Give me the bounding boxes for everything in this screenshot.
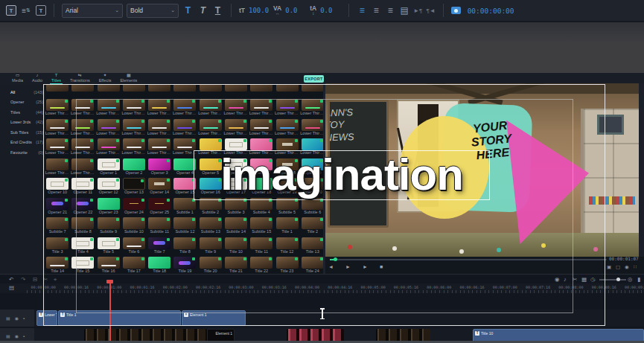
- text-list-icon[interactable]: ≡⇅: [20, 4, 32, 17]
- title-template[interactable]: Subtitle 7: [45, 216, 70, 236]
- delete-icon[interactable]: ⊟: [33, 275, 37, 283]
- title-template[interactable]: [274, 85, 299, 97]
- title-template[interactable]: Subtitle 13: [198, 216, 223, 236]
- title-template[interactable]: Opener 12: [96, 176, 121, 196]
- title-template[interactable]: Subtitle 9: [96, 216, 121, 236]
- title-template[interactable]: Lower Third 15: [223, 97, 249, 118]
- title-template[interactable]: [249, 85, 274, 97]
- media-tab[interactable]: ▭ Media: [10, 73, 25, 84]
- title-template[interactable]: Lower Third 33: [121, 137, 147, 157]
- title-template[interactable]: Title 6: [121, 235, 147, 255]
- title-template[interactable]: Opener 22: [70, 196, 95, 216]
- media-tab[interactable]: ✦ Effects: [98, 73, 113, 84]
- title-roll-icon[interactable]: T: [36, 5, 46, 16]
- redo-icon[interactable]: ↷: [21, 275, 25, 283]
- bold-button[interactable]: T: [182, 5, 194, 16]
- text-ruler-icon[interactable]: ▤: [399, 6, 409, 15]
- track-options-icon[interactable]: ▤: [6, 315, 10, 321]
- timer-icon[interactable]: ◷: [590, 275, 596, 283]
- title-template[interactable]: Lower Third 18: [300, 97, 325, 118]
- title-template[interactable]: Lower Third 14: [198, 97, 223, 118]
- category-item[interactable]: Favourite (0): [10, 147, 43, 158]
- title-template[interactable]: Lower Third 12: [147, 97, 172, 118]
- title-template[interactable]: Lower Third 28: [274, 117, 299, 137]
- title-template[interactable]: Title 19: [172, 255, 197, 275]
- title-template[interactable]: [147, 85, 172, 97]
- title-template[interactable]: Title 22: [249, 255, 274, 275]
- snapshot-icon[interactable]: ▣: [607, 263, 611, 271]
- track-manager-icon[interactable]: ▤: [9, 283, 14, 292]
- timeline-clip[interactable]: TLower Th: [36, 310, 57, 326]
- timeline-zoom-knob[interactable]: [616, 278, 620, 281]
- title-template[interactable]: [70, 85, 95, 97]
- category-item[interactable]: Sub Titles (15): [10, 127, 43, 138]
- title-template[interactable]: Title 15: [70, 255, 95, 275]
- record-icon[interactable]: ◉: [555, 275, 560, 283]
- title-template[interactable]: [300, 85, 325, 97]
- title-template[interactable]: Lower Third 9: [70, 97, 95, 118]
- title-template[interactable]: Opener 23: [96, 196, 121, 216]
- title-template[interactable]: Lower Third 32: [96, 137, 121, 157]
- media-tab[interactable]: ▦ Elements: [118, 73, 138, 84]
- title-template[interactable]: [96, 85, 121, 97]
- title-template[interactable]: Subtitle 11: [147, 216, 172, 236]
- underline-button[interactable]: T: [212, 5, 223, 16]
- title-template[interactable]: Lower Third 8: [45, 97, 70, 118]
- title-template[interactable]: Lower Third 19: [45, 117, 70, 137]
- align-right-button[interactable]: ≡: [385, 6, 395, 15]
- seekbar-knob[interactable]: [334, 257, 337, 261]
- title-template[interactable]: [172, 85, 197, 97]
- media-tab[interactable]: ♪ Audio: [31, 73, 44, 84]
- title-template[interactable]: Lower Third 11: [121, 97, 147, 118]
- title-template[interactable]: Lower Third 30: [45, 137, 70, 157]
- title-template[interactable]: Subtitle 15: [249, 216, 274, 236]
- title-template[interactable]: Opener 21: [45, 196, 70, 216]
- play-button[interactable]: ►: [345, 263, 351, 271]
- title-template[interactable]: Subtitle 10: [121, 216, 147, 236]
- title-template[interactable]: Title 5: [96, 235, 121, 255]
- track-options-icon[interactable]: ▤: [6, 333, 10, 339]
- title-template[interactable]: Lower Third 27: [249, 117, 274, 137]
- title-template[interactable]: Title 20: [198, 255, 223, 275]
- title-template[interactable]: Opener 10: [45, 176, 70, 196]
- font-size-value[interactable]: 100.0: [249, 7, 270, 14]
- title-template[interactable]: Title 13: [300, 235, 325, 255]
- speaker-icon[interactable]: ◉: [625, 263, 629, 271]
- title-template[interactable]: Lower Third 29: [300, 117, 325, 137]
- title-template[interactable]: Lower Third 23: [147, 117, 172, 137]
- title-template[interactable]: Title 23: [274, 255, 299, 275]
- title-template[interactable]: Title 1: [274, 216, 299, 236]
- eye-icon[interactable]: ◉: [15, 315, 19, 321]
- media-tab[interactable]: T Titles: [50, 73, 63, 84]
- frame-view-icon[interactable]: ▢: [616, 263, 620, 271]
- export-button[interactable]: EXPORT: [304, 75, 324, 83]
- lock-icon[interactable]: ▪: [23, 316, 25, 321]
- text-tool-icon[interactable]: T: [6, 5, 16, 16]
- lock-icon[interactable]: ▪: [23, 334, 25, 339]
- title-text-overlay[interactable]: imagination: [194, 147, 490, 202]
- title-template[interactable]: Title 8: [172, 235, 197, 255]
- title-template[interactable]: Title 9: [198, 235, 223, 255]
- title-template[interactable]: Title 10: [223, 235, 249, 255]
- render-preview-icon[interactable]: ▦: [581, 275, 587, 283]
- title-template[interactable]: [121, 85, 147, 97]
- title-template[interactable]: Lower Third 21: [96, 117, 121, 137]
- category-item[interactable]: End Credits (17): [10, 138, 43, 148]
- title-template[interactable]: Title 11: [249, 235, 274, 255]
- title-template[interactable]: Title 17: [121, 255, 147, 275]
- title-template[interactable]: Lower Third 10: [96, 97, 121, 118]
- align-center-button[interactable]: ≡: [371, 6, 381, 15]
- timeline-zoom-slider[interactable]: [599, 279, 626, 281]
- undo-icon[interactable]: ↶: [9, 275, 13, 283]
- title-template[interactable]: Opener 3: [147, 156, 172, 176]
- next-frame-button[interactable]: ►: [363, 263, 368, 271]
- title-template[interactable]: Title 21: [223, 255, 249, 275]
- title-template[interactable]: Title 16: [96, 255, 121, 275]
- title-template[interactable]: Lower Third 16: [249, 97, 274, 118]
- title-template[interactable]: Lower Third 31: [70, 137, 95, 157]
- category-item[interactable]: Opener (25): [10, 97, 43, 108]
- panel-toggle-icon[interactable]: ▮: [637, 275, 640, 283]
- title-template[interactable]: Title 24: [300, 255, 325, 275]
- preview-seekbar[interactable]: [330, 259, 607, 260]
- scissors-icon[interactable]: ✂: [573, 275, 577, 283]
